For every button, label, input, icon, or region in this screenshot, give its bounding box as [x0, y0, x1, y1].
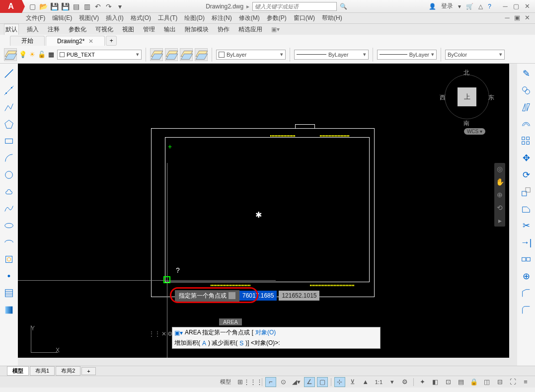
file-tab-drawing[interactable]: Drawing2* ✕ [46, 36, 105, 46]
block-tool[interactable] [2, 252, 16, 266]
nav-pan-icon[interactable]: ✋ [496, 178, 504, 186]
osnap-toggle[interactable]: ∠ [304, 377, 315, 387]
cart-icon[interactable]: 🛒 [466, 3, 473, 10]
join-tool[interactable]: ⊕ [519, 269, 533, 283]
horizontal-scrollbar[interactable] [18, 358, 517, 366]
web-icon[interactable]: ▤ [72, 2, 80, 11]
plot-icon[interactable]: ▥ [82, 2, 91, 11]
lock-icon[interactable]: 🔓 [38, 51, 46, 59]
menu-view[interactable]: 视图(V) [79, 14, 99, 22]
doc-minimize-button[interactable]: ─ [503, 14, 511, 21]
polar-toggle[interactable]: ⊙ [278, 377, 289, 387]
color-dropdown[interactable]: ByLayer▾ [216, 50, 286, 60]
gradient-tool[interactable] [2, 303, 16, 317]
nav-orbit-icon[interactable]: ⟲ [496, 204, 504, 212]
cleanscreen-icon[interactable]: ⛶ [507, 377, 518, 387]
arc-tool[interactable] [2, 151, 16, 165]
menu-window[interactable]: 窗口(W) [294, 14, 315, 22]
layer-properties-button[interactable] [4, 48, 17, 61]
title-arrow-icon[interactable]: ▸ [246, 3, 249, 10]
rectangle-tool[interactable] [2, 134, 16, 148]
search-input[interactable] [252, 2, 337, 11]
cmd-option-sub[interactable]: S [239, 340, 243, 347]
plotstyle-dropdown[interactable]: ByColor▾ [445, 50, 505, 60]
cmd-grip-icon[interactable]: ⋮⋮ [149, 330, 160, 337]
extend-tool[interactable]: →| [519, 235, 533, 249]
layout-tab-1[interactable]: 布局1 [30, 366, 55, 376]
stretch-tool[interactable] [519, 202, 533, 216]
cmd-close-icon[interactable]: ✕ [161, 330, 166, 337]
scale-display[interactable]: 1:1 [373, 379, 384, 385]
save-icon[interactable]: 💾 [50, 2, 59, 11]
dynamic-y-input[interactable]: 121652.1015 [279, 291, 319, 301]
tab-visualize[interactable]: 可视化 [94, 24, 114, 35]
hardware-icon[interactable]: ⊟ [494, 377, 505, 387]
workspace-icon[interactable]: ✦ [417, 377, 428, 387]
rotate-tool[interactable]: ⟳ [519, 168, 533, 182]
undo-icon[interactable]: ↶ [93, 2, 102, 11]
doc-close-button[interactable]: ✕ [523, 14, 531, 21]
mirror-tool[interactable] [519, 100, 533, 114]
tab-insert[interactable]: 插入 [26, 24, 40, 35]
tab-annotate[interactable]: 注释 [47, 24, 61, 35]
login-dropdown-icon[interactable]: ▾ [458, 3, 461, 10]
hatch-tool[interactable] [2, 286, 16, 300]
maximize-button[interactable]: ▢ [512, 3, 520, 10]
viewcube-east[interactable]: 东 [488, 93, 494, 102]
close-button[interactable]: ✕ [523, 3, 531, 10]
share-icon[interactable]: △ [478, 3, 483, 10]
menu-dimension[interactable]: 标注(N) [212, 14, 232, 22]
lock-ui-icon[interactable]: 🔒 [468, 377, 479, 387]
tab-view[interactable]: 视图 [121, 24, 135, 35]
help-icon[interactable]: ? [488, 3, 491, 10]
nav-show-icon[interactable]: ▸ [496, 217, 504, 225]
redo-icon[interactable]: ↷ [104, 2, 113, 11]
annotation-monitor-icon[interactable]: ◧ [430, 377, 441, 387]
open-icon[interactable]: 📂 [39, 2, 48, 11]
tab-parametric[interactable]: 参数化 [68, 24, 87, 35]
menu-insert[interactable]: 插入(I) [106, 14, 123, 22]
dynamic-menu-icon[interactable] [229, 292, 235, 299]
erase-tool[interactable]: ✎ [519, 67, 533, 80]
gear-icon[interactable]: ⚙ [399, 377, 410, 387]
app-menu-button[interactable]: A [0, 0, 22, 13]
layer-dropdown[interactable]: PUB_TEXT ▾ [57, 50, 142, 60]
command-line[interactable]: AREA ⋮⋮ ✕ ⚙ ▣▾ AREA 指定第一个角点或 [对象(O) 增加面积… [172, 327, 381, 349]
tab-output[interactable]: 输出 [163, 24, 177, 35]
revcloud-tool[interactable] [2, 185, 16, 199]
cmd-option-object[interactable]: 对象(O) [255, 328, 276, 337]
tab-default[interactable]: 默认 [4, 24, 19, 35]
cmd-option-add[interactable]: A [202, 340, 206, 347]
minimize-button[interactable]: ─ [501, 3, 509, 10]
lineweight-toggle[interactable]: ⊻ [347, 377, 358, 387]
new-tab-button[interactable]: + [106, 36, 117, 46]
fillet-tool[interactable] [519, 303, 533, 317]
layer-match-button[interactable] [195, 48, 208, 61]
viewcube-north[interactable]: 北 [463, 69, 469, 77]
plot-layer-icon[interactable]: ▦ [47, 51, 55, 59]
qat-more-icon[interactable]: ▾ [115, 2, 124, 11]
tab-featured[interactable]: 精选应用 [237, 24, 263, 35]
ortho-toggle[interactable]: ⌐ [265, 377, 276, 387]
layout-tab-model[interactable]: 模型 [7, 366, 29, 376]
vertical-scrollbar[interactable] [509, 64, 517, 358]
viewcube-top[interactable]: 上 [458, 87, 476, 106]
viewcube-west[interactable]: 西 [440, 93, 446, 102]
chamfer-tool[interactable] [519, 286, 533, 300]
layout-tab-2[interactable]: 布局2 [56, 366, 80, 376]
status-model-toggle[interactable]: 模型 [218, 378, 233, 386]
offset-tool[interactable] [519, 117, 533, 131]
command-input-line[interactable]: 增加面积(A) 减少面积(S)] <对象(O)>: [172, 338, 380, 348]
tab-collab[interactable]: 协作 [217, 24, 230, 35]
menu-file[interactable]: 文件(F) [26, 14, 45, 22]
dynamic-input-toggle[interactable]: ⊹ [334, 377, 345, 387]
menu-edit[interactable]: 编辑(E) [52, 14, 72, 22]
polygon-tool[interactable] [2, 117, 16, 131]
menu-draw[interactable]: 绘图(D) [184, 14, 205, 22]
spline-tool[interactable] [2, 202, 16, 216]
isodraft-toggle[interactable]: ◢▾ [291, 377, 302, 387]
viewcube-south[interactable]: 南 [463, 119, 469, 128]
search-icon[interactable]: 🔍 [340, 3, 347, 10]
xline-tool[interactable] [2, 83, 16, 97]
scale-dropdown-icon[interactable]: ▾ [386, 377, 397, 387]
